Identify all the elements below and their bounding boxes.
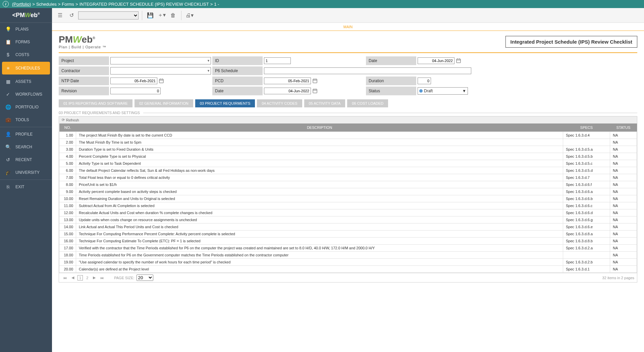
sidebar-item-recent[interactable]: ↺RECENT xyxy=(0,153,52,166)
history-icon[interactable]: ↺ xyxy=(67,11,76,20)
table-row[interactable]: 10.00Reset Remaining Duration and Units … xyxy=(59,195,637,202)
toolbar-dropdown[interactable] xyxy=(78,11,139,19)
sidebar-item-tools[interactable]: 💼TOOLS xyxy=(0,113,52,126)
print-icon[interactable]: 🖨▾ xyxy=(185,11,194,20)
id-input[interactable] xyxy=(264,57,291,64)
cell-no: 2.00 xyxy=(59,139,76,146)
cell-desc: Reset Remaining Duration and Units to Or… xyxy=(76,195,563,202)
cell-status: NA xyxy=(610,146,637,153)
breadcrumb-item[interactable]: Schedules xyxy=(36,2,57,7)
col-no[interactable]: NO. xyxy=(59,123,76,132)
cell-status: NA xyxy=(610,139,637,146)
sidebar-item-plans[interactable]: 💡PLANS xyxy=(0,23,52,36)
sidebar-item-profile[interactable]: 👤PROFILE xyxy=(0,128,52,141)
sidebar-item-label: ASSETS xyxy=(15,79,31,84)
sidebar-item-workflows[interactable]: ✓WORKFLOWS xyxy=(0,88,52,101)
table-row[interactable]: 9.00Activity percent complete based on a… xyxy=(59,188,637,195)
table-row[interactable]: 19.00"Use assigned calendar to specify t… xyxy=(59,259,637,266)
table-row[interactable]: 7.00Total Float less than or equal to 0 … xyxy=(59,174,637,181)
table-row[interactable]: 16.00Technique For Computing Estimate To… xyxy=(59,238,637,245)
calendar-icon[interactable] xyxy=(312,88,318,94)
sidebar-item-costs[interactable]: $COSTS xyxy=(0,48,52,61)
col-desc[interactable]: DESCRIPTION xyxy=(76,123,563,132)
section-tab-5[interactable]: 06 COST LOADED xyxy=(347,99,388,107)
pager-prev-icon[interactable]: ◀ xyxy=(70,275,75,281)
table-row[interactable]: 3.00Duration Type is set to Fixed Durati… xyxy=(59,146,637,153)
section-tab-2[interactable]: 03 PROJECT REQUIRMENTS xyxy=(195,99,255,107)
table-row[interactable]: 5.00Activity Type is set to Task Depende… xyxy=(59,160,637,167)
table-row[interactable]: 6.00The default Project Calendar reflect… xyxy=(59,167,637,174)
section-tab-1[interactable]: 02 GENERAL INFORMATION xyxy=(135,99,193,107)
cell-status: NA xyxy=(610,181,637,188)
pcd-input[interactable] xyxy=(264,78,311,84)
ntp-input[interactable] xyxy=(110,78,157,84)
section-tab-4[interactable]: 05 ACTIVITY DATA xyxy=(304,99,345,107)
cell-desc: Technique For Computing Performance Perc… xyxy=(76,231,563,238)
info-icon[interactable]: i xyxy=(3,1,9,7)
sidebar-item-assets[interactable]: ▦ASSETS xyxy=(0,75,52,88)
duration-input[interactable] xyxy=(418,78,431,84)
breadcrumb-item[interactable]: Forms xyxy=(62,2,74,7)
sidebar-item-portfolio[interactable]: 🌐PORTFOLIO xyxy=(0,101,52,113)
cell-specs: Spec 1.6.3.d.6.b xyxy=(563,195,610,202)
page-size-label: PAGE SIZE: xyxy=(114,276,134,280)
app-logo[interactable]: <PMWeb® xyxy=(0,8,52,23)
sidebar-item-exit[interactable]: ⎘EXIT xyxy=(0,181,52,193)
table-row[interactable]: 17.00Verified with the contractor that t… xyxy=(59,245,637,252)
table-row[interactable]: 8.00Price/Unit is set to $1/hSpec 1.6.3.… xyxy=(59,181,637,188)
breadcrumb-bar: i (Portfolio) > Schedules > Forms > INTE… xyxy=(0,0,644,8)
label-p6: P6 Schedule xyxy=(212,66,263,75)
section-tab-0[interactable]: 01 IPS REPORTING AND SOFTWARE xyxy=(59,99,132,107)
project-dropdown[interactable]: ▼ xyxy=(110,57,211,64)
section-tab-3[interactable]: 04 ACTIVITY CODES xyxy=(257,99,302,107)
cell-specs: Spec 1.6.3.d.1 xyxy=(563,266,610,273)
svg-rect-0 xyxy=(457,59,461,63)
calendar-icon[interactable] xyxy=(159,78,164,84)
tab-main[interactable]: MAIN xyxy=(340,23,356,30)
sidebar-item-schedules[interactable]: ≡SCHEDULES xyxy=(2,62,50,74)
list-icon[interactable]: ☰ xyxy=(55,11,65,20)
cell-specs: Spec 1.6.3.d.6.e xyxy=(563,223,610,231)
table-row[interactable]: 2.00The Must Finish By Time is set to 5p… xyxy=(59,139,637,146)
refresh-button[interactable]: Refresh xyxy=(66,118,79,122)
p6-input[interactable] xyxy=(264,67,471,74)
table-row[interactable]: 1.00The project Must Finish By date is s… xyxy=(59,132,637,139)
save-icon[interactable]: 💾 xyxy=(146,11,155,20)
search-icon: 🔍 xyxy=(5,144,11,150)
sidebar-item-forms[interactable]: 📋FORMS xyxy=(0,36,52,48)
date2-input[interactable] xyxy=(264,88,311,94)
table-row[interactable]: 11.00Subtract Actual from At Completion … xyxy=(59,202,637,209)
pager-last-icon[interactable]: ⏭ xyxy=(99,275,105,281)
table-row[interactable]: 4.00Percent Complete Type is set to Phys… xyxy=(59,153,637,160)
date-input[interactable] xyxy=(418,57,454,64)
delete-icon[interactable]: 🗑 xyxy=(168,11,178,20)
refresh-icon[interactable]: ⟳ xyxy=(62,118,65,122)
sidebar-item-search[interactable]: 🔍SEARCH xyxy=(0,141,52,153)
table-row[interactable]: 13.00Update units when costs change on r… xyxy=(59,216,637,223)
page-size-select[interactable]: 20 xyxy=(137,274,153,281)
contractor-dropdown[interactable]: ▼ xyxy=(110,67,211,74)
breadcrumb-item[interactable]: INTEGRATED PROJECT SCHEDULE (IPS) REVIEW… xyxy=(79,2,209,7)
col-status[interactable]: STATUS xyxy=(610,123,637,132)
cell-specs: Spec 1.6.3.d.5.d xyxy=(563,167,610,174)
cell-specs: Spec 1.6.3.d.5.b xyxy=(563,153,610,160)
sidebar-item-university[interactable]: 🎓UNIVERSITY xyxy=(0,166,52,179)
table-row[interactable]: 12.00Recalculate Actual Units and Cost w… xyxy=(59,209,637,216)
table-row[interactable]: 20.00Calendar(s) are defined at the Proj… xyxy=(59,266,637,273)
status-dropdown[interactable]: Draft ▼ xyxy=(418,87,468,95)
pager-page-2[interactable]: 2 xyxy=(85,275,90,281)
table-row[interactable]: 18.00Time Periods established for P6 on … xyxy=(59,252,637,259)
pager-first-icon[interactable]: ⏮ xyxy=(62,275,68,281)
table-row[interactable]: 15.00Technique For Computing Performance… xyxy=(59,231,637,238)
page-logo: PMWeb® Plan | Build | Operate ™ xyxy=(59,34,106,49)
calendar-icon[interactable] xyxy=(312,78,318,84)
pager-next-icon[interactable]: ▶ xyxy=(92,275,97,281)
add-icon[interactable]: ＋▾ xyxy=(157,11,166,20)
revision-input[interactable] xyxy=(110,88,161,94)
calendar-icon[interactable] xyxy=(456,58,461,63)
table-row[interactable]: 14.00Link Actual and Actual This Period … xyxy=(59,223,637,231)
col-specs[interactable]: SPECS xyxy=(563,123,610,132)
cell-desc: The default Project Calendar reflects Sa… xyxy=(76,167,563,174)
breadcrumb-portfolio[interactable]: (Portfolio) xyxy=(12,2,31,7)
pager-page-current[interactable]: 1 xyxy=(77,275,83,281)
